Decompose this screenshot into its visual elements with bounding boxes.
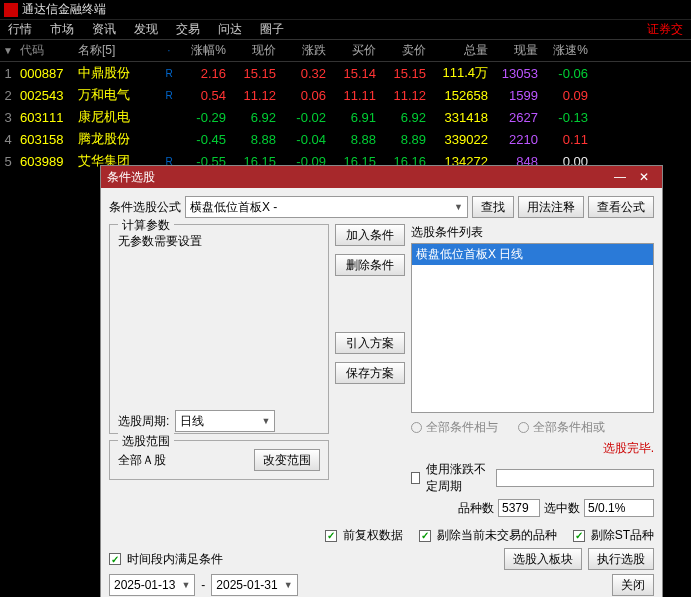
checkbox-time[interactable]: ✓ bbox=[109, 553, 121, 565]
cell-now: 2210 bbox=[492, 132, 542, 147]
cell-price: 6.92 bbox=[230, 110, 280, 125]
table-row[interactable]: 1000887中鼎股份R2.1615.150.3215.1415.15111.4… bbox=[0, 62, 691, 84]
selected-value[interactable] bbox=[584, 499, 654, 517]
cell-bid: 8.88 bbox=[330, 132, 380, 147]
cell-chg: 0.06 bbox=[280, 88, 330, 103]
col-spd[interactable]: 涨速% bbox=[542, 42, 592, 59]
table-row[interactable]: 4603158腾龙股份-0.458.88-0.048.888.893390222… bbox=[0, 128, 691, 150]
cell-price: 8.88 bbox=[230, 132, 280, 147]
minimize-icon[interactable]: — bbox=[608, 170, 632, 184]
cell-pct: 2.16 bbox=[178, 66, 230, 81]
params-legend: 计算参数 bbox=[118, 217, 174, 234]
menu-3[interactable]: 发现 bbox=[134, 21, 158, 38]
save-plan-button[interactable]: 保存方案 bbox=[335, 362, 405, 384]
chevron-down-icon: ▼ bbox=[181, 580, 190, 590]
table-row[interactable]: 2002543万和电气R0.5411.120.0611.1111.1215265… bbox=[0, 84, 691, 106]
formula-label: 条件选股公式 bbox=[109, 199, 181, 216]
cell-chg: -0.04 bbox=[280, 132, 330, 147]
period-select[interactable]: 日线 ▼ bbox=[175, 410, 275, 432]
radio-icon bbox=[518, 422, 529, 433]
menu-right-link[interactable]: 证券交 bbox=[647, 21, 683, 38]
cell-spd: -0.06 bbox=[542, 66, 592, 81]
date-from-select[interactable]: 2025-01-13▼ bbox=[109, 574, 195, 596]
usage-button[interactable]: 用法注释 bbox=[518, 196, 584, 218]
change-scope-button[interactable]: 改变范围 bbox=[254, 449, 320, 471]
condition-stock-dialog: 条件选股 — ✕ 条件选股公式 横盘低位首板X - ▼ 查找 用法注释 查看公式… bbox=[100, 165, 663, 597]
checkbox-irregular[interactable] bbox=[411, 472, 420, 484]
view-formula-button[interactable]: 查看公式 bbox=[588, 196, 654, 218]
checkbox-exclude-nontrade[interactable]: ✓ bbox=[419, 530, 431, 542]
col-chg[interactable]: 涨跌 bbox=[280, 42, 330, 59]
cell-vol: 339022 bbox=[430, 132, 492, 147]
cell-vol: 152658 bbox=[430, 88, 492, 103]
radio-or[interactable]: 全部条件相或 bbox=[518, 419, 605, 436]
close-button[interactable]: 关闭 bbox=[612, 574, 654, 596]
run-button[interactable]: 执行选股 bbox=[588, 548, 654, 570]
menu-4[interactable]: 交易 bbox=[176, 21, 200, 38]
condition-listbox[interactable]: 横盘低位首板X 日线 bbox=[411, 243, 654, 413]
col-sort-dot: · bbox=[164, 45, 178, 56]
cell-bid: 6.91 bbox=[330, 110, 380, 125]
cell-ask: 6.92 bbox=[380, 110, 430, 125]
import-plan-button[interactable]: 引入方案 bbox=[335, 332, 405, 354]
cell-spd: 0.09 bbox=[542, 88, 592, 103]
checkbox-fq[interactable]: ✓ bbox=[325, 530, 337, 542]
cell-chg: 0.32 bbox=[280, 66, 330, 81]
menu-5[interactable]: 问达 bbox=[218, 21, 242, 38]
menu-1[interactable]: 市场 bbox=[50, 21, 74, 38]
cell-now: 2627 bbox=[492, 110, 542, 125]
formula-value: 横盘低位首板X - bbox=[190, 199, 277, 216]
col-ask[interactable]: 卖价 bbox=[380, 42, 430, 59]
titlebar: 通达信金融终端 bbox=[0, 0, 691, 20]
add-condition-button[interactable]: 加入条件 bbox=[335, 224, 405, 246]
col-code[interactable]: 代码 bbox=[20, 42, 78, 59]
table-row[interactable]: 3603111康尼机电-0.296.92-0.026.916.923314182… bbox=[0, 106, 691, 128]
col-price[interactable]: 现价 bbox=[230, 42, 280, 59]
list-item[interactable]: 横盘低位首板X 日线 bbox=[412, 244, 653, 265]
col-sort-icon[interactable]: ▼ bbox=[0, 45, 20, 56]
cell-spd: 0.11 bbox=[542, 132, 592, 147]
cell-ask: 15.15 bbox=[380, 66, 430, 81]
col-name[interactable]: 名称[5] bbox=[78, 42, 164, 59]
params-fieldset: 计算参数 无参数需要设置 选股周期: 日线 ▼ bbox=[109, 224, 329, 434]
scope-fieldset: 选股范围 全部Ａ股 改变范围 bbox=[109, 440, 329, 480]
close-icon[interactable]: ✕ bbox=[632, 170, 656, 184]
dialog-title: 条件选股 bbox=[107, 169, 608, 186]
cell-code: 002543 bbox=[20, 88, 78, 103]
cell-now: 1599 bbox=[492, 88, 542, 103]
chevron-down-icon: ▼ bbox=[261, 416, 270, 426]
irregular-input[interactable] bbox=[496, 469, 654, 487]
cell-name: 康尼机电 bbox=[78, 108, 164, 126]
menu-0[interactable]: 行情 bbox=[8, 21, 32, 38]
to-block-button[interactable]: 选股入板块 bbox=[504, 548, 582, 570]
formula-select[interactable]: 横盘低位首板X - ▼ bbox=[185, 196, 468, 218]
radio-and[interactable]: 全部条件相与 bbox=[411, 419, 498, 436]
cell-pct: -0.29 bbox=[178, 110, 230, 125]
menu-6[interactable]: 圈子 bbox=[260, 21, 284, 38]
cell-bid: 11.11 bbox=[330, 88, 380, 103]
cell-ask: 11.12 bbox=[380, 88, 430, 103]
chevron-down-icon: ▼ bbox=[284, 580, 293, 590]
status-text: 选股完毕. bbox=[411, 440, 654, 457]
cell-bid: 15.14 bbox=[330, 66, 380, 81]
cell-pct: 0.54 bbox=[178, 88, 230, 103]
col-vol[interactable]: 总量 bbox=[430, 42, 492, 59]
find-button[interactable]: 查找 bbox=[472, 196, 514, 218]
cell-code: 000887 bbox=[20, 66, 78, 81]
count-value[interactable] bbox=[498, 499, 540, 517]
delete-condition-button[interactable]: 删除条件 bbox=[335, 254, 405, 276]
cell-name: 中鼎股份 bbox=[78, 64, 164, 82]
col-now[interactable]: 现量 bbox=[492, 42, 542, 59]
menu-2[interactable]: 资讯 bbox=[92, 21, 116, 38]
params-text: 无参数需要设置 bbox=[118, 233, 320, 250]
col-pct[interactable]: 涨幅% bbox=[178, 42, 230, 59]
checkbox-exclude-st[interactable]: ✓ bbox=[573, 530, 585, 542]
date-to-select[interactable]: 2025-01-31▼ bbox=[211, 574, 297, 596]
dialog-titlebar[interactable]: 条件选股 — ✕ bbox=[101, 166, 662, 188]
cell-pct: -0.45 bbox=[178, 132, 230, 147]
menubar: 行情市场资讯发现交易问达圈子证券交 bbox=[0, 20, 691, 40]
app-title: 通达信金融终端 bbox=[22, 1, 106, 18]
scope-value: 全部Ａ股 bbox=[118, 452, 166, 469]
col-bid[interactable]: 买价 bbox=[330, 42, 380, 59]
period-label: 选股周期: bbox=[118, 413, 169, 430]
